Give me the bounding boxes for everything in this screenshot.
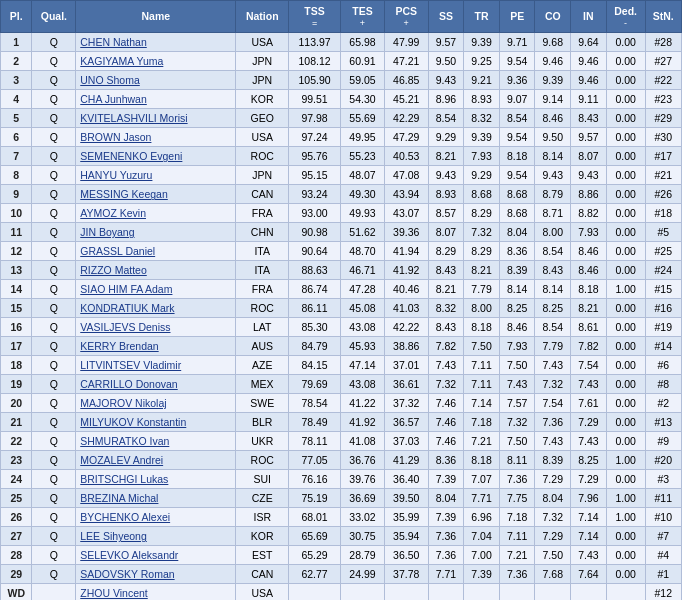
- cell-co: 8.04: [535, 489, 571, 508]
- athlete-name-link[interactable]: SHMURATKO Ivan: [80, 435, 169, 447]
- cell-pcs: 36.50: [384, 546, 428, 565]
- athlete-name-link[interactable]: SIAO HIM FA Adam: [80, 283, 172, 295]
- athlete-name-link[interactable]: MOZALEV Andrei: [80, 454, 163, 466]
- cell-stn: #19: [645, 318, 681, 337]
- cell-pcs: [384, 584, 428, 600]
- cell-co: 9.50: [535, 128, 571, 147]
- cell-pl: 29: [1, 565, 32, 584]
- athlete-name-link[interactable]: BYCHENKO Alexei: [80, 511, 170, 523]
- athlete-name-link[interactable]: BREZINA Michal: [80, 492, 158, 504]
- athlete-name-link[interactable]: ZHOU Vincent: [80, 587, 148, 599]
- cell-stn: #27: [645, 52, 681, 71]
- cell-tes: 48.07: [341, 166, 385, 185]
- athlete-name-link[interactable]: HANYU Yuzuru: [80, 169, 152, 181]
- cell-ss: 8.54: [428, 109, 464, 128]
- cell-pcs: 36.57: [384, 413, 428, 432]
- cell-ded: 0.00: [606, 261, 645, 280]
- cell-name: HANYU Yuzuru: [76, 166, 236, 185]
- cell-pe: 9.36: [499, 71, 535, 90]
- athlete-name-link[interactable]: AYMOZ Kevin: [80, 207, 146, 219]
- cell-name: CHA Junhwan: [76, 90, 236, 109]
- athlete-name-link[interactable]: KERRY Brendan: [80, 340, 158, 352]
- cell-qual: Q: [32, 223, 76, 242]
- table-row: 28QSELEVKO AleksandrEST65.2928.7936.507.…: [1, 546, 682, 565]
- cell-ded: 0.00: [606, 432, 645, 451]
- cell-stn: #13: [645, 413, 681, 432]
- athlete-name-link[interactable]: KAGIYAMA Yuma: [80, 55, 163, 67]
- athlete-name-link[interactable]: BROWN Jason: [80, 131, 151, 143]
- cell-qual: Q: [32, 90, 76, 109]
- cell-name: BRITSCHGI Lukas: [76, 470, 236, 489]
- cell-ss: 7.43: [428, 356, 464, 375]
- athlete-name-link[interactable]: MESSING Keegan: [80, 188, 168, 200]
- athlete-name-link[interactable]: SELEVKO Aleksandr: [80, 549, 178, 561]
- cell-pe: 8.39: [499, 261, 535, 280]
- cell-pl: 18: [1, 356, 32, 375]
- athlete-name-link[interactable]: MAJOROV Nikolaj: [80, 397, 166, 409]
- cell-qual: Q: [32, 394, 76, 413]
- table-row: 21QMILYUKOV KonstantinBLR78.4941.9236.57…: [1, 413, 682, 432]
- athlete-name-link[interactable]: JIN Boyang: [80, 226, 134, 238]
- cell-pe: 7.75: [499, 489, 535, 508]
- cell-tss: [289, 584, 341, 600]
- cell-in: [571, 584, 607, 600]
- cell-tes: 59.05: [341, 71, 385, 90]
- athlete-name-link[interactable]: BRITSCHGI Lukas: [80, 473, 168, 485]
- athlete-name-link[interactable]: VASILJEVS Deniss: [80, 321, 170, 333]
- athlete-name-link[interactable]: SADOVSKY Roman: [80, 568, 174, 580]
- cell-in: 7.43: [571, 432, 607, 451]
- athlete-name-link[interactable]: SEMENENKO Evgeni: [80, 150, 182, 162]
- cell-ded: 0.00: [606, 128, 645, 147]
- cell-tr: 8.00: [464, 299, 500, 318]
- table-row: 17QKERRY BrendanAUS84.7945.9338.867.827.…: [1, 337, 682, 356]
- cell-name: LEE Sihyeong: [76, 527, 236, 546]
- cell-stn: #8: [645, 375, 681, 394]
- cell-stn: #12: [645, 584, 681, 600]
- cell-stn: #15: [645, 280, 681, 299]
- cell-qual: Q: [32, 128, 76, 147]
- athlete-name-link[interactable]: CARRILLO Donovan: [80, 378, 177, 390]
- cell-ded: 0.00: [606, 166, 645, 185]
- cell-tes: 48.70: [341, 242, 385, 261]
- cell-qual: Q: [32, 71, 76, 90]
- cell-pl: 20: [1, 394, 32, 413]
- cell-pe: 8.14: [499, 280, 535, 299]
- athlete-name-link[interactable]: KVITELASHVILI Morisi: [80, 112, 187, 124]
- athlete-name-link[interactable]: GRASSL Daniel: [80, 245, 155, 257]
- cell-pe: 7.18: [499, 508, 535, 527]
- cell-pe: 9.54: [499, 166, 535, 185]
- header-qual: Qual.: [32, 1, 76, 33]
- cell-qual: Q: [32, 508, 76, 527]
- athlete-name-link[interactable]: LEE Sihyeong: [80, 530, 147, 542]
- cell-nation: CAN: [236, 185, 289, 204]
- cell-co: [535, 584, 571, 600]
- athlete-name-link[interactable]: UNO Shoma: [80, 74, 140, 86]
- cell-pl: 11: [1, 223, 32, 242]
- table-row: 24QBRITSCHGI LukasSUI76.1639.7636.407.39…: [1, 470, 682, 489]
- athlete-name-link[interactable]: KONDRATIUK Mark: [80, 302, 174, 314]
- cell-co: 8.46: [535, 109, 571, 128]
- athlete-name-link[interactable]: MILYUKOV Konstantin: [80, 416, 186, 428]
- cell-ss: 7.46: [428, 413, 464, 432]
- cell-tr: 9.39: [464, 33, 500, 52]
- cell-nation: JPN: [236, 52, 289, 71]
- cell-pl: 14: [1, 280, 32, 299]
- cell-qual: Q: [32, 242, 76, 261]
- header-stn: StN.: [645, 1, 681, 33]
- cell-tes: 43.08: [341, 318, 385, 337]
- athlete-name-link[interactable]: LITVINTSEV Vladimir: [80, 359, 181, 371]
- athlete-name-link[interactable]: CHEN Nathan: [80, 36, 147, 48]
- cell-stn: #2: [645, 394, 681, 413]
- cell-in: 8.25: [571, 451, 607, 470]
- cell-ss: 8.57: [428, 204, 464, 223]
- cell-tss: 95.76: [289, 147, 341, 166]
- header-tr: TR: [464, 1, 500, 33]
- cell-name: KONDRATIUK Mark: [76, 299, 236, 318]
- cell-qual: Q: [32, 546, 76, 565]
- cell-pl: 16: [1, 318, 32, 337]
- athlete-name-link[interactable]: CHA Junhwan: [80, 93, 147, 105]
- athlete-name-link[interactable]: RIZZO Matteo: [80, 264, 147, 276]
- cell-ss: 8.21: [428, 280, 464, 299]
- cell-co: 9.39: [535, 71, 571, 90]
- cell-tes: 28.79: [341, 546, 385, 565]
